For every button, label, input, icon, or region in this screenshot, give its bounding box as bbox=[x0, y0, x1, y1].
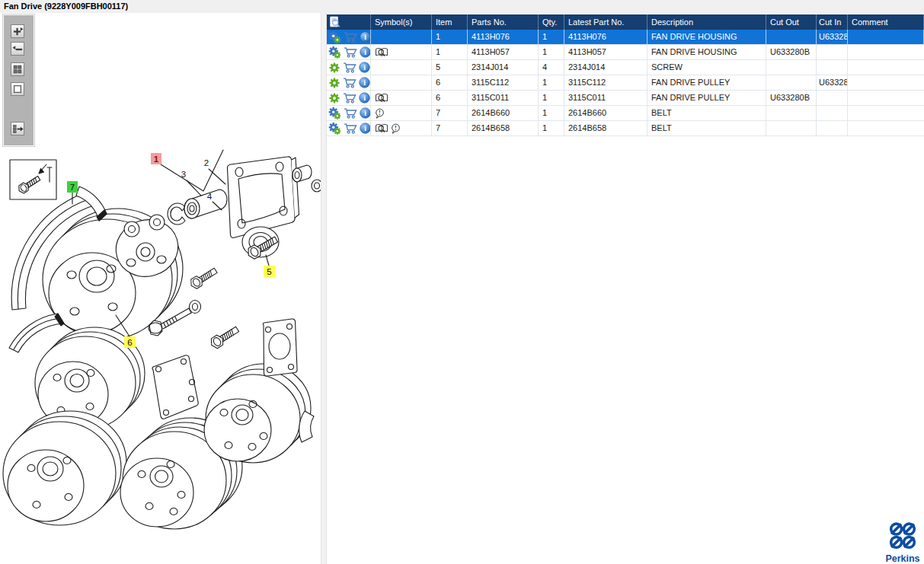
cell-comment[interactable] bbox=[848, 45, 924, 60]
note-bubble-icon[interactable] bbox=[375, 108, 385, 119]
cell-item[interactable]: 1 bbox=[432, 45, 468, 60]
cart-icon[interactable] bbox=[343, 78, 356, 88]
cell-cut_out[interactable] bbox=[766, 75, 817, 91]
single-view-button[interactable] bbox=[11, 82, 24, 96]
gears-icon[interactable] bbox=[328, 46, 341, 59]
book-magnifier-icon[interactable] bbox=[375, 93, 388, 104]
gears-icon[interactable] bbox=[328, 107, 341, 119]
cell-cut_out[interactable] bbox=[766, 30, 817, 45]
diagram-label-6[interactable]: 6 bbox=[124, 336, 136, 348]
gear-icon[interactable] bbox=[328, 92, 341, 104]
cell-description[interactable]: FAN DRIVE HOUSING bbox=[647, 45, 766, 60]
cell-description[interactable]: FAN DRIVE PULLEY bbox=[647, 75, 766, 91]
cell-cut_in[interactable] bbox=[817, 91, 848, 106]
zoom-in-button[interactable] bbox=[11, 24, 24, 38]
cell-description[interactable]: FAN DRIVE HOUSING bbox=[647, 30, 766, 45]
cell-qty[interactable]: 1 bbox=[539, 121, 564, 136]
cell-item[interactable]: 7 bbox=[432, 121, 468, 136]
diagram-label-4[interactable]: 4 bbox=[207, 192, 213, 201]
cell-item[interactable]: 6 bbox=[432, 91, 468, 106]
table-row[interactable]: 72614B66012614B660BELT bbox=[327, 106, 924, 121]
cell-latest_part_no[interactable]: 4113H076 bbox=[564, 30, 647, 45]
table-row[interactable]: 14113H05714113H057FAN DRIVE HOUSINGU6332… bbox=[327, 45, 924, 60]
diagram-label-2[interactable]: 2 bbox=[204, 158, 209, 167]
info-icon[interactable] bbox=[359, 92, 370, 104]
panel-splitter-scrollbar[interactable] bbox=[321, 13, 327, 564]
cell-cut_out[interactable]: U633280B bbox=[766, 45, 817, 60]
cell-cut_out[interactable] bbox=[766, 121, 817, 136]
cell-description[interactable]: FAN DRIVE PULLEY bbox=[647, 91, 766, 106]
cell-latest_part_no[interactable]: 4113H057 bbox=[564, 45, 647, 60]
table-row[interactable]: 14113H07614113H076FAN DRIVE HOUSINGU6332… bbox=[327, 30, 924, 45]
cell-cut_in[interactable] bbox=[817, 106, 848, 121]
cell-parts_no[interactable]: 4113H076 bbox=[468, 30, 539, 45]
cell-cut_in[interactable]: U63328 bbox=[817, 75, 848, 91]
cell-parts_no[interactable]: 2614B658 bbox=[468, 121, 539, 136]
cell-cut_in[interactable]: U63328 bbox=[817, 30, 848, 45]
book-magnifier-icon[interactable] bbox=[375, 123, 388, 134]
cell-parts_no[interactable]: 2314J014 bbox=[468, 60, 539, 75]
gear-icon[interactable] bbox=[328, 77, 341, 89]
cell-cut_out[interactable] bbox=[766, 106, 817, 121]
cell-cut_out[interactable]: U633280B bbox=[766, 91, 817, 106]
diagram-label-3[interactable]: 3 bbox=[181, 170, 186, 179]
cell-item[interactable]: 1 bbox=[432, 30, 468, 45]
info-icon[interactable] bbox=[359, 62, 370, 73]
cell-comment[interactable] bbox=[848, 121, 924, 136]
gears-icon[interactable] bbox=[328, 31, 341, 43]
cell-comment[interactable] bbox=[848, 91, 924, 106]
cell-parts_no[interactable]: 3115C011 bbox=[468, 91, 539, 106]
cell-comment[interactable] bbox=[848, 60, 924, 75]
cell-comment[interactable] bbox=[848, 106, 924, 121]
cart-icon[interactable] bbox=[343, 93, 356, 104]
cell-qty[interactable]: 4 bbox=[539, 60, 564, 75]
cart-icon[interactable] bbox=[344, 47, 357, 58]
info-icon[interactable] bbox=[360, 31, 371, 43]
info-icon[interactable] bbox=[360, 46, 371, 58]
note-bubble-icon[interactable] bbox=[391, 123, 401, 134]
diagram-label-7[interactable]: 7 bbox=[67, 181, 78, 193]
info-icon[interactable] bbox=[359, 77, 370, 88]
cell-qty[interactable]: 1 bbox=[539, 106, 564, 121]
export-table-button[interactable] bbox=[11, 122, 24, 135]
info-icon[interactable] bbox=[360, 107, 371, 119]
cart-icon[interactable] bbox=[344, 123, 357, 134]
cell-cut_in[interactable] bbox=[817, 121, 848, 136]
cell-parts_no[interactable]: 2614B660 bbox=[468, 106, 539, 121]
preview-pane-icon[interactable] bbox=[328, 16, 341, 28]
cell-latest_part_no[interactable]: 2614B658 bbox=[564, 121, 647, 136]
cell-description[interactable]: BELT bbox=[647, 121, 766, 136]
table-row[interactable]: 63115C11213115C112FAN DRIVE PULLEYU63328 bbox=[327, 75, 924, 91]
cell-qty[interactable]: 1 bbox=[539, 45, 564, 60]
gear-icon[interactable] bbox=[328, 62, 341, 74]
table-row[interactable]: 72614B65812614B658BELT bbox=[327, 121, 924, 136]
cell-comment[interactable] bbox=[848, 75, 924, 91]
cell-latest_part_no[interactable]: 3115C011 bbox=[564, 91, 647, 106]
cell-item[interactable]: 5 bbox=[432, 60, 468, 75]
cell-parts_no[interactable]: 3115C112 bbox=[468, 75, 539, 91]
cart-icon[interactable] bbox=[344, 108, 357, 119]
cell-comment[interactable] bbox=[848, 30, 924, 45]
cell-cut_out[interactable] bbox=[766, 60, 817, 75]
cart-icon[interactable] bbox=[344, 32, 357, 43]
cell-qty[interactable]: 1 bbox=[539, 75, 564, 91]
cell-item[interactable]: 6 bbox=[432, 75, 468, 91]
table-row[interactable]: 52314J01442314J014SCREW bbox=[327, 60, 924, 75]
diagram-label-5[interactable]: 5 bbox=[264, 266, 275, 277]
cell-cut_in[interactable] bbox=[817, 45, 848, 60]
cell-description[interactable]: BELT bbox=[647, 106, 766, 121]
book-magnifier-icon[interactable] bbox=[375, 47, 388, 58]
cell-qty[interactable]: 1 bbox=[539, 30, 564, 45]
cell-latest_part_no[interactable]: 2314J014 bbox=[564, 60, 647, 75]
table-row[interactable]: 63115C01113115C011FAN DRIVE PULLEYU63328… bbox=[327, 91, 924, 106]
zoom-out-button[interactable] bbox=[11, 42, 24, 56]
cell-item[interactable]: 7 bbox=[432, 106, 468, 121]
info-icon[interactable] bbox=[360, 123, 371, 134]
cell-parts_no[interactable]: 4113H057 bbox=[468, 45, 539, 60]
diagram-label-1[interactable]: 1 bbox=[151, 153, 161, 164]
cell-cut_in[interactable] bbox=[817, 60, 848, 75]
tile-view-button[interactable] bbox=[11, 62, 24, 76]
gears-icon[interactable] bbox=[328, 123, 341, 135]
cell-latest_part_no[interactable]: 3115C112 bbox=[564, 75, 647, 91]
cell-description[interactable]: SCREW bbox=[647, 60, 766, 75]
